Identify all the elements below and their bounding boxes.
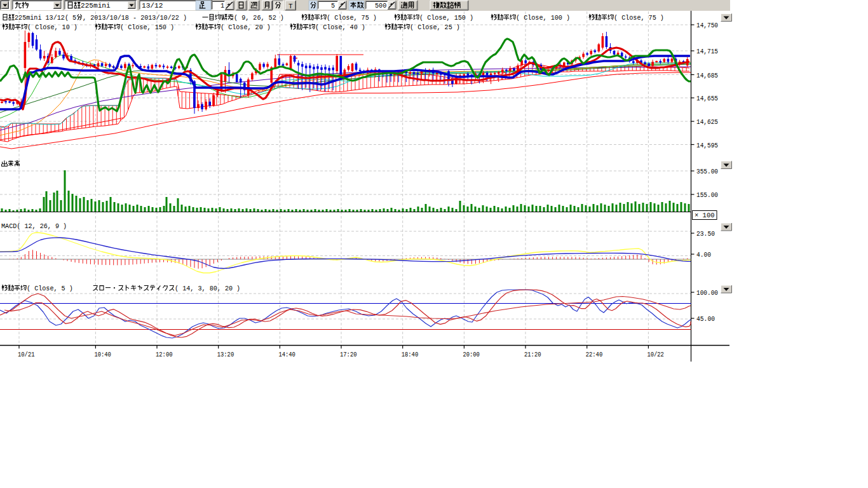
svg-text:12:00: 12:00 bbox=[156, 351, 173, 358]
svg-text:( Close, 40 ): ( Close, 40 ) bbox=[315, 24, 365, 31]
svg-text:20:00: 20:00 bbox=[463, 351, 480, 358]
svg-text:14:40: 14:40 bbox=[278, 351, 295, 358]
svg-text:22:40: 22:40 bbox=[586, 351, 603, 358]
svg-text:, 2013/10/18 - 2013/10/22 ): , 2013/10/18 - 2013/10/22 ) bbox=[83, 14, 187, 22]
svg-text:225mini: 225mini bbox=[81, 1, 111, 10]
svg-text:( 9, 26, 52 ): ( 9, 26, 52 ) bbox=[234, 14, 284, 22]
svg-text:T: T bbox=[288, 3, 293, 10]
svg-text:MACD( 12, 26, 9 ): MACD( 12, 26, 9 ) bbox=[1, 222, 67, 230]
svg-text:355.00: 355.00 bbox=[696, 168, 718, 175]
svg-text:4.00: 4.00 bbox=[696, 251, 711, 259]
svg-text:14,655: 14,655 bbox=[696, 95, 718, 102]
svg-text:14,625: 14,625 bbox=[696, 118, 718, 126]
svg-text:1: 1 bbox=[220, 2, 224, 10]
svg-text:× 100: × 100 bbox=[695, 212, 715, 219]
svg-text:( 14, 3, 80, 20 ): ( 14, 3, 80, 20 ) bbox=[175, 285, 240, 292]
svg-text:( Close, 25 ): ( Close, 25 ) bbox=[410, 24, 460, 31]
svg-text:5: 5 bbox=[331, 2, 335, 10]
svg-text:21:20: 21:20 bbox=[524, 351, 541, 358]
svg-text:13:20: 13:20 bbox=[217, 351, 234, 358]
svg-text:( Close, 20 ): ( Close, 20 ) bbox=[220, 24, 271, 31]
svg-text:( Close, 150 ): ( Close, 150 ) bbox=[419, 14, 473, 22]
svg-text:225mini 13/12( 5: 225mini 13/12( 5 bbox=[15, 14, 76, 22]
svg-text:( Close, 150 ): ( Close, 150 ) bbox=[120, 24, 174, 31]
svg-text:45.00: 45.00 bbox=[696, 315, 715, 323]
svg-text:10:40: 10:40 bbox=[94, 351, 111, 358]
svg-text:10/21: 10/21 bbox=[18, 351, 35, 358]
svg-text:10/22: 10/22 bbox=[647, 351, 664, 358]
svg-text:14,685: 14,685 bbox=[696, 72, 718, 79]
svg-text:18:40: 18:40 bbox=[402, 351, 419, 358]
svg-text:14,750: 14,750 bbox=[696, 22, 718, 29]
svg-text:155.00: 155.00 bbox=[696, 191, 718, 199]
svg-text:14,715: 14,715 bbox=[696, 48, 718, 55]
svg-text:14,595: 14,595 bbox=[696, 142, 718, 149]
svg-text:500: 500 bbox=[375, 2, 386, 10]
svg-text:17:20: 17:20 bbox=[340, 351, 357, 358]
svg-text:100.00: 100.00 bbox=[696, 289, 718, 297]
svg-text:23.50: 23.50 bbox=[696, 230, 715, 238]
svg-text:( Close, 5 ): ( Close, 5 ) bbox=[27, 285, 73, 292]
svg-text:( Close, 75 ): ( Close, 75 ) bbox=[614, 14, 664, 22]
svg-text:13/12: 13/12 bbox=[142, 1, 163, 10]
svg-text:( Close, 75 ): ( Close, 75 ) bbox=[327, 14, 377, 22]
svg-text:( Close, 10 ): ( Close, 10 ) bbox=[27, 24, 78, 31]
svg-text:( Close, 100 ): ( Close, 100 ) bbox=[516, 14, 570, 22]
